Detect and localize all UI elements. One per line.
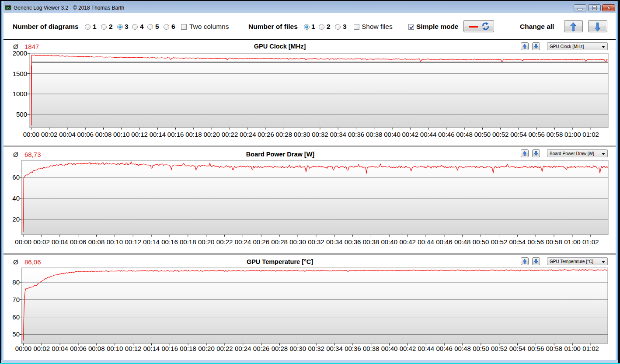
svg-text:00:02: 00:02 [41,131,58,138]
svg-text:00:22: 00:22 [222,131,238,138]
svg-text:00:38: 00:38 [363,238,380,246]
svg-text:00:16: 00:16 [162,345,178,352]
svg-text:00:50: 00:50 [474,131,491,138]
svg-text:00:22: 00:22 [216,238,233,246]
svg-text:00:52: 00:52 [491,238,508,246]
svg-text:00:14: 00:14 [143,238,160,246]
svg-text:00:58: 00:58 [546,238,562,246]
svg-text:00:56: 00:56 [528,345,544,352]
svg-text:00:38: 00:38 [363,345,380,352]
svg-text:00:34: 00:34 [330,131,346,138]
svg-text:01:00: 01:00 [564,345,581,352]
svg-text:00:08: 00:08 [88,238,105,246]
svg-text:00:04: 00:04 [59,131,76,138]
svg-text:00:42: 00:42 [399,238,416,246]
svg-text:20: 20 [12,215,20,223]
svg-text:00:46: 00:46 [436,238,453,246]
svg-text:00:32: 00:32 [312,131,328,138]
svg-text:00:58: 00:58 [546,345,563,352]
svg-text:00:20: 00:20 [203,131,220,138]
svg-text:00:40: 00:40 [381,238,398,246]
svg-text:00:24: 00:24 [235,238,251,246]
svg-text:00:10: 00:10 [113,131,130,138]
svg-text:00:24: 00:24 [235,345,251,352]
svg-text:00:42: 00:42 [402,131,419,138]
svg-text:00:36: 00:36 [345,345,361,352]
svg-text:00:26: 00:26 [258,131,274,138]
svg-text:00:48: 00:48 [456,131,473,138]
svg-text:00:28: 00:28 [276,131,293,138]
svg-text:00:56: 00:56 [527,238,544,246]
svg-text:00:32: 00:32 [308,345,324,352]
svg-text:00:28: 00:28 [272,345,288,352]
svg-text:00:44: 00:44 [418,345,435,352]
svg-text:80: 80 [12,278,20,286]
svg-text:00:50: 00:50 [473,345,489,352]
svg-text:70: 70 [12,296,20,303]
svg-text:00:10: 00:10 [107,238,123,246]
svg-text:00:04: 00:04 [52,345,68,352]
svg-text:60: 60 [12,313,20,321]
svg-text:00:14: 00:14 [143,345,160,352]
svg-text:00:58: 00:58 [547,131,563,138]
svg-text:00:46: 00:46 [438,131,455,138]
svg-text:00:06: 00:06 [70,238,87,246]
svg-text:00:48: 00:48 [454,238,471,246]
svg-text:00:16: 00:16 [167,131,184,138]
svg-text:00:44: 00:44 [418,238,434,246]
svg-text:00:06: 00:06 [70,345,87,352]
svg-text:2000: 2000 [13,49,27,57]
svg-text:00:00: 00:00 [15,345,32,352]
svg-text:00:34: 00:34 [326,238,343,246]
svg-text:00:02: 00:02 [33,238,50,246]
svg-text:00:06: 00:06 [77,131,94,138]
svg-text:00:14: 00:14 [150,131,166,138]
svg-text:00:54: 00:54 [510,131,527,138]
svg-text:00:50: 00:50 [473,238,489,246]
svg-text:00:12: 00:12 [125,238,142,246]
svg-text:00:20: 00:20 [198,345,215,352]
svg-text:00:16: 00:16 [161,238,178,246]
svg-text:00:04: 00:04 [52,238,68,246]
svg-text:00:32: 00:32 [308,238,324,246]
svg-text:00:54: 00:54 [509,345,526,352]
svg-text:00:26: 00:26 [253,238,270,246]
svg-text:00:02: 00:02 [34,345,50,352]
svg-text:00:28: 00:28 [271,238,288,246]
svg-text:00:56: 00:56 [528,131,545,138]
svg-text:00:26: 00:26 [253,345,270,352]
svg-text:500: 500 [16,111,27,118]
svg-text:00:46: 00:46 [436,345,453,352]
svg-text:00:42: 00:42 [400,345,416,352]
svg-text:1000: 1000 [13,90,27,97]
svg-text:00:34: 00:34 [326,345,343,352]
svg-text:01:02: 01:02 [582,131,599,138]
svg-text:00:10: 00:10 [107,345,123,352]
svg-text:00:12: 00:12 [125,345,142,352]
svg-text:00:48: 00:48 [454,345,471,352]
svg-text:60: 60 [12,173,20,181]
svg-text:00:20: 00:20 [198,238,215,246]
svg-text:00:18: 00:18 [180,345,196,352]
svg-text:00:00: 00:00 [23,131,40,138]
svg-text:00:36: 00:36 [345,238,361,246]
svg-text:01:00: 01:00 [564,131,581,138]
svg-text:01:02: 01:02 [582,238,599,246]
svg-text:00:40: 00:40 [381,345,398,352]
svg-text:00:52: 00:52 [491,345,508,352]
svg-text:1500: 1500 [13,70,27,77]
svg-text:00:00: 00:00 [15,238,31,246]
svg-text:00:24: 00:24 [240,131,256,138]
svg-text:00:54: 00:54 [509,238,526,246]
svg-text:40: 40 [12,194,20,202]
svg-text:00:30: 00:30 [294,131,310,138]
svg-text:00:18: 00:18 [180,238,196,246]
svg-text:00:52: 00:52 [492,131,509,138]
svg-text:00:36: 00:36 [348,131,365,138]
svg-text:00:30: 00:30 [289,238,306,246]
svg-text:00:44: 00:44 [420,131,437,138]
svg-text:00:38: 00:38 [366,131,383,138]
svg-text:00:12: 00:12 [131,131,148,138]
svg-text:01:00: 01:00 [564,238,581,246]
svg-text:00:08: 00:08 [88,345,105,352]
